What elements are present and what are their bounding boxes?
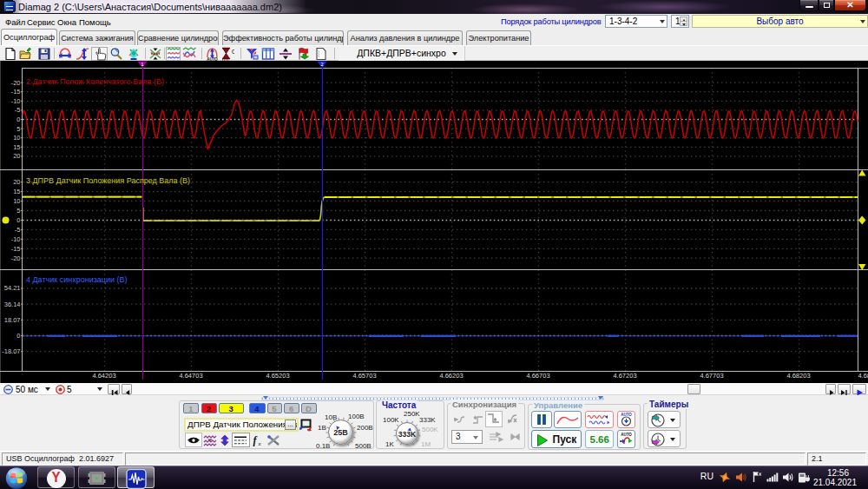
svg-text:0: 0 (232, 48, 234, 56)
svg-text:4.67703: 4.67703 (700, 372, 723, 380)
svg-text:0: 0 (16, 116, 20, 123)
svg-text:54.21: 54.21 (4, 284, 21, 292)
svg-text:x: x (258, 440, 262, 446)
svg-text:4.68703: 4.68703 (858, 372, 868, 380)
svg-text:4.64703: 4.64703 (179, 372, 202, 380)
svg-text:1: 1 (141, 62, 143, 67)
svg-text:2: 2 (320, 62, 323, 67)
svg-text:18.07: 18.07 (4, 316, 21, 324)
svg-text:15: 15 (13, 188, 20, 195)
svg-text:2 Датчик Полож Коленчатого Вал: 2 Датчик Полож Коленчатого Вала (В) (26, 77, 164, 86)
svg-text:-15: -15 (11, 245, 21, 253)
svg-text:10: 10 (13, 134, 20, 142)
svg-text:-5: -5 (15, 106, 21, 114)
svg-text:36.14: 36.14 (4, 301, 21, 308)
svg-text:-15: -15 (11, 88, 21, 96)
svg-text:4.64203: 4.64203 (92, 372, 115, 380)
svg-text:3 ДПРВ Датчик Положения Распре: 3 ДПРВ Датчик Положения Распред Вала (В) (26, 176, 190, 185)
svg-text:-18.07: -18.07 (2, 347, 20, 355)
svg-text:20: 20 (13, 152, 20, 160)
svg-text:-10: -10 (11, 235, 21, 243)
svg-text:0: 0 (16, 216, 20, 224)
svg-text:10: 10 (13, 197, 20, 205)
svg-text:4.68203: 4.68203 (786, 372, 810, 380)
svg-text:AUTO: AUTO (621, 433, 632, 437)
svg-text:0: 0 (16, 332, 20, 340)
svg-text:-20: -20 (11, 79, 21, 87)
svg-text:5: 5 (16, 207, 20, 215)
svg-text:4 Датчик синхронизации (В): 4 Датчик синхронизации (В) (26, 275, 128, 284)
svg-text:4.66203: 4.66203 (439, 372, 463, 380)
svg-text:4.66703: 4.66703 (526, 372, 549, 380)
svg-text:15: 15 (13, 143, 20, 151)
svg-text:-5: -5 (15, 226, 21, 234)
svg-text:4.67203: 4.67203 (613, 372, 636, 380)
svg-text:5: 5 (16, 125, 20, 133)
svg-text:f: f (253, 434, 258, 446)
svg-text:4.65203: 4.65203 (266, 372, 289, 380)
svg-text:20: 20 (13, 178, 20, 186)
svg-text:-20: -20 (11, 254, 21, 262)
svg-text:AUTO: AUTO (621, 413, 632, 417)
svg-text:-10: -10 (11, 97, 21, 105)
svg-text:4.65703: 4.65703 (352, 372, 376, 380)
